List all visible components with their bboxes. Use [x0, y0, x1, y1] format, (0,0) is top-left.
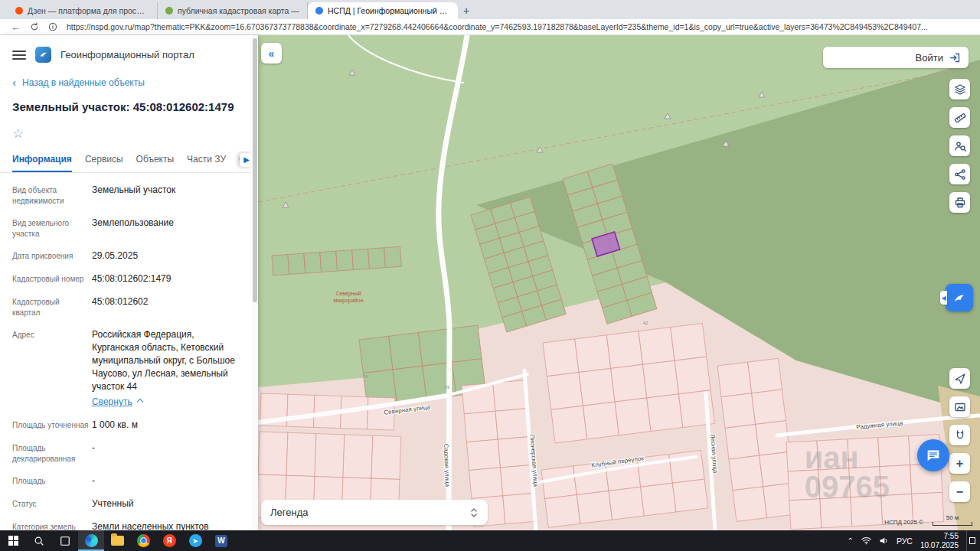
- parcel[interactable]: [304, 253, 322, 273]
- share-button[interactable]: [949, 164, 970, 184]
- parcel[interactable]: [606, 331, 642, 369]
- tray-expand-icon[interactable]: ⌃: [848, 536, 854, 545]
- parcel[interactable]: [818, 468, 851, 499]
- taskbar-explorer-button[interactable]: [104, 530, 130, 551]
- parcel[interactable]: [729, 455, 763, 491]
- parcel[interactable]: [642, 360, 678, 398]
- parcel[interactable]: [503, 493, 537, 523]
- active-tool-button[interactable]: ◀: [946, 284, 973, 311]
- start-button[interactable]: [0, 530, 26, 551]
- parcel[interactable]: [272, 255, 289, 276]
- parcel[interactable]: [756, 421, 790, 456]
- parcel[interactable]: [545, 495, 580, 528]
- parcel[interactable]: [848, 438, 880, 468]
- layers-button[interactable]: [949, 79, 970, 99]
- url-field[interactable]: https://nspd.gov.ru/map?thematic=PKK&zoo…: [67, 22, 969, 31]
- parcel[interactable]: [286, 432, 316, 476]
- parcel[interactable]: [717, 362, 752, 397]
- parcel[interactable]: [721, 393, 756, 429]
- parcel[interactable]: [672, 479, 707, 512]
- parcel[interactable]: [579, 368, 615, 406]
- taskbar-telegram-button[interactable]: ➤: [182, 530, 208, 551]
- menu-icon[interactable]: [12, 51, 26, 60]
- parcel[interactable]: [615, 398, 651, 435]
- parcel[interactable]: [336, 250, 354, 271]
- parcel[interactable]: [384, 246, 402, 267]
- task-view-button[interactable]: [52, 530, 78, 551]
- parcel[interactable]: [639, 328, 675, 365]
- taskbar-yandex-button[interactable]: Я: [156, 530, 182, 551]
- browser-tab[interactable]: НСПД | Геоинформационный пор...: [308, 2, 458, 19]
- parcel[interactable]: [315, 434, 345, 478]
- parcel[interactable]: [671, 323, 707, 360]
- parcel[interactable]: [288, 253, 305, 274]
- parcel[interactable]: [577, 491, 612, 523]
- parcel[interactable]: [495, 409, 529, 439]
- panel-tab[interactable]: Части ЗУ: [187, 151, 226, 172]
- parcel[interactable]: [501, 465, 534, 495]
- tool-collapse-tab[interactable]: ◀: [940, 291, 947, 305]
- parcel[interactable]: [851, 496, 883, 527]
- parcel[interactable]: [543, 339, 579, 377]
- parcel[interactable]: [675, 357, 710, 394]
- parcel[interactable]: [880, 465, 912, 496]
- parcel[interactable]: [258, 432, 288, 475]
- favorite-star-icon[interactable]: ☆: [0, 115, 31, 142]
- parcel[interactable]: [547, 373, 583, 410]
- print-button[interactable]: [949, 192, 970, 213]
- parcel[interactable]: [583, 402, 619, 439]
- magnet-button[interactable]: [949, 425, 970, 445]
- panel-tab[interactable]: Объекты: [136, 151, 175, 172]
- browser-tab[interactable]: публичная кадастровая карта —: [158, 2, 308, 19]
- object-search-button[interactable]: [949, 135, 970, 156]
- parcel[interactable]: [733, 487, 767, 522]
- taskbar-edge-button[interactable]: [78, 530, 104, 551]
- taskbar-chrome-button[interactable]: [130, 530, 156, 551]
- parcel[interactable]: [368, 248, 386, 269]
- parcel[interactable]: [320, 251, 338, 272]
- parcel[interactable]: [466, 439, 500, 470]
- back-to-results-link[interactable]: ‹ Назад в найденные объекты: [0, 70, 258, 88]
- browser-tab[interactable]: Дзен — платформа для просмо...: [8, 2, 158, 19]
- map-canvas[interactable]: Северная улицаСадовая улицаПионерская ул…: [258, 35, 980, 530]
- parcel[interactable]: [669, 450, 704, 483]
- parcel[interactable]: [878, 436, 910, 467]
- parcel[interactable]: [609, 487, 644, 520]
- wifi-icon[interactable]: [861, 536, 871, 545]
- zoom-out-button[interactable]: −: [949, 481, 970, 502]
- parcel[interactable]: [647, 394, 683, 432]
- sidebar-scrollbar[interactable]: [252, 35, 258, 530]
- parcel[interactable]: [371, 435, 401, 479]
- parcel[interactable]: [448, 325, 482, 362]
- login-button[interactable]: Войти: [823, 47, 969, 68]
- parcel[interactable]: [359, 336, 393, 373]
- overview-button[interactable]: [949, 396, 970, 417]
- parcel[interactable]: [786, 441, 818, 471]
- parcel[interactable]: [641, 483, 676, 516]
- new-tab-button[interactable]: +: [458, 2, 475, 19]
- parcel[interactable]: [498, 437, 531, 468]
- scrollbar-thumb[interactable]: [253, 38, 257, 302]
- notification-center-button[interactable]: [966, 530, 977, 551]
- parcel[interactable]: [849, 467, 881, 497]
- parcel[interactable]: [389, 332, 423, 369]
- taskbar-search-button[interactable]: [26, 530, 52, 551]
- clock[interactable]: 7:55 10.07.2025: [920, 532, 959, 549]
- speaker-icon[interactable]: [879, 536, 889, 545]
- taskbar-word-button[interactable]: W: [208, 530, 234, 551]
- parcel[interactable]: [748, 358, 782, 393]
- language-indicator[interactable]: РУС: [897, 536, 913, 546]
- site-info-icon[interactable]: [48, 22, 57, 31]
- parcel[interactable]: [789, 499, 822, 530]
- parcel[interactable]: [287, 394, 315, 427]
- legend-toggle[interactable]: Легенда: [261, 500, 488, 525]
- parcel[interactable]: [464, 411, 498, 442]
- parcel[interactable]: [788, 470, 820, 500]
- panel-tab[interactable]: Сервисы: [85, 151, 123, 172]
- parcel[interactable]: [611, 364, 647, 402]
- measure-button[interactable]: [949, 107, 970, 128]
- parcel[interactable]: [551, 406, 587, 443]
- locate-button[interactable]: [949, 368, 970, 389]
- collapse-address-link[interactable]: Свернуть: [92, 396, 142, 409]
- back-icon[interactable]: ←: [11, 22, 21, 32]
